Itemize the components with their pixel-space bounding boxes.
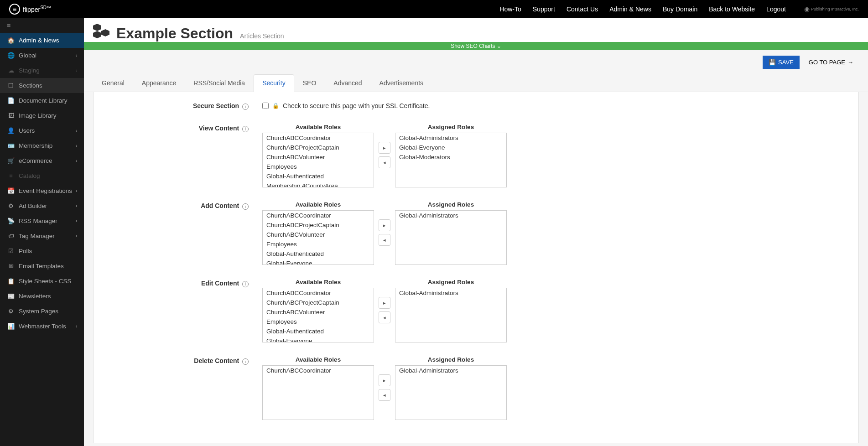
- tab-seo[interactable]: SEO: [294, 74, 325, 92]
- move-right-button[interactable]: ▸: [379, 374, 390, 386]
- move-left-button[interactable]: ◂: [379, 389, 390, 401]
- sidebar-item-newsletters[interactable]: 📰Newsletters: [0, 289, 84, 304]
- top-nav-link[interactable]: Logout: [766, 5, 786, 13]
- move-right-button[interactable]: ▸: [379, 219, 390, 231]
- list-item[interactable]: ChurchABCVolunteer: [263, 152, 374, 162]
- sidebar-item-email-templates[interactable]: ✉Email Templates: [0, 259, 84, 274]
- secure-section-checkbox[interactable]: [262, 103, 269, 109]
- goto-page-button[interactable]: GO TO PAGE →: [803, 56, 859, 69]
- list-item[interactable]: Membership 4CountyArea: [263, 181, 374, 187]
- list-item[interactable]: ChurchABCVolunteer: [263, 307, 374, 317]
- top-nav-link[interactable]: Back to Website: [709, 5, 755, 13]
- available-roles-list[interactable]: ChurchABCCoordinatorChurchABCProjectCapt…: [262, 133, 374, 187]
- list-item[interactable]: ChurchABCProjectCaptain: [263, 143, 374, 152]
- info-icon[interactable]: i: [242, 281, 249, 287]
- sidebar-item-tag-manager[interactable]: 🏷Tag Manager‹: [0, 228, 84, 244]
- tab-general[interactable]: General: [93, 74, 133, 92]
- sidebar-item-label: Membership: [19, 142, 52, 149]
- sidebar-item-style-sheets-css[interactable]: 📋Style Sheets - CSS: [0, 274, 84, 289]
- top-nav-link[interactable]: How-To: [499, 5, 521, 13]
- list-item[interactable]: Global-Administrators: [395, 211, 506, 220]
- tab-advertisements[interactable]: Advertisements: [371, 74, 432, 92]
- list-item[interactable]: Global-Everyone: [263, 336, 374, 342]
- sidebar-item-document-library[interactable]: 📄Document Library: [0, 93, 84, 108]
- info-icon[interactable]: i: [242, 126, 249, 132]
- list-item[interactable]: ChurchABCCoordinator: [263, 211, 374, 220]
- sidebar-item-sections[interactable]: ❒Sections: [0, 78, 84, 93]
- info-icon[interactable]: i: [242, 358, 249, 365]
- action-bar: 💾 SAVE GO TO PAGE →: [84, 50, 868, 74]
- assigned-roles-list[interactable]: Global-Administrators: [395, 365, 507, 420]
- assigned-roles-list[interactable]: Global-AdministratorsGlobal-EveryoneGlob…: [395, 133, 507, 187]
- sidebar-item-label: Global: [19, 52, 36, 59]
- sidebar-item-image-library[interactable]: 🖼Image Library: [0, 108, 84, 123]
- arrow-right-icon: →: [847, 59, 853, 66]
- top-nav-link[interactable]: Support: [533, 5, 555, 13]
- available-roles-list[interactable]: ChurchABCCoordinatorChurchABCProjectCapt…: [262, 210, 374, 265]
- list-item[interactable]: Global-Authenticated: [263, 249, 374, 259]
- sidebar-item-membership[interactable]: 🪪Membership‹: [0, 138, 84, 153]
- available-roles-list[interactable]: ChurchABCCoordinatorChurchABCProjectCapt…: [262, 288, 374, 342]
- available-roles-list[interactable]: ChurchABCCoordinator: [262, 365, 374, 420]
- sidebar-item-ad-builder[interactable]: ⚙Ad Builder‹: [0, 198, 84, 213]
- list-item[interactable]: ChurchABCVolunteer: [263, 230, 374, 239]
- sidebar-item-webmaster-tools[interactable]: 📊Webmaster Tools‹: [0, 319, 84, 334]
- tab-advanced[interactable]: Advanced: [325, 74, 370, 92]
- list-item[interactable]: Global-Administrators: [395, 133, 506, 143]
- logo[interactable]: ≡ flipperSD™: [9, 4, 51, 15]
- list-item[interactable]: ChurchABCProjectCaptain: [263, 298, 374, 307]
- list-item[interactable]: ChurchABCProjectCaptain: [263, 220, 374, 230]
- assigned-roles-list[interactable]: Global-Administrators: [395, 288, 507, 342]
- list-item[interactable]: ChurchABCCoordinator: [263, 133, 374, 143]
- list-item[interactable]: Global-Administrators: [395, 366, 506, 375]
- sidebar-item-rss-manager[interactable]: 📡RSS Manager‹: [0, 213, 84, 228]
- chart-icon: 📊: [7, 323, 15, 330]
- tag-icon: 🏷: [7, 233, 15, 239]
- sidebar-item-system-pages[interactable]: ⚙System Pages: [0, 304, 84, 319]
- sidebar-item-admin-news[interactable]: 🏠Admin & News: [0, 33, 84, 48]
- sidebar-item-label: System Pages: [19, 308, 58, 315]
- move-right-button[interactable]: ▸: [379, 142, 390, 154]
- list-item[interactable]: Global-Authenticated: [263, 171, 374, 181]
- list-item[interactable]: Global-Moderators: [395, 152, 506, 162]
- sidebar-item-polls[interactable]: ☑Polls: [0, 244, 84, 259]
- check-square-icon: ☑: [7, 248, 15, 254]
- list-item[interactable]: Employees: [263, 162, 374, 171]
- list-item[interactable]: Employees: [263, 239, 374, 249]
- list-item[interactable]: ChurchABCCoordinator: [263, 288, 374, 298]
- top-nav-link[interactable]: Admin & News: [609, 5, 651, 13]
- list-item[interactable]: ChurchABCCoordinator: [263, 366, 374, 375]
- list-item[interactable]: Global-Everyone: [263, 259, 374, 265]
- list-item[interactable]: Global-Authenticated: [263, 327, 374, 336]
- list-item[interactable]: Employees: [263, 317, 374, 327]
- info-icon[interactable]: i: [242, 203, 249, 210]
- chevron-left-icon: ‹: [76, 68, 77, 73]
- top-nav-link[interactable]: Contact Us: [567, 5, 598, 13]
- seo-charts-toggle[interactable]: Show SEO Charts ⌄: [84, 42, 868, 50]
- dual-list: Available RolesChurchABCCoordinator▸◂Ass…: [262, 356, 845, 420]
- available-roles-header: Available Roles: [262, 124, 374, 130]
- sidebar-item-ecommerce[interactable]: 🛒eCommerce‹: [0, 153, 84, 168]
- edit-content-row: Edit Content iAvailable RolesChurchABCCo…: [107, 279, 845, 342]
- sidebar-item-event-registrations[interactable]: 📅Event Registrations‹: [0, 183, 84, 198]
- assigned-roles-list[interactable]: Global-Administrators: [395, 210, 507, 265]
- move-right-button[interactable]: ▸: [379, 297, 390, 309]
- move-left-button[interactable]: ◂: [379, 234, 390, 246]
- move-left-button[interactable]: ◂: [379, 156, 390, 168]
- calendar-icon: 📅: [7, 187, 15, 194]
- top-nav-link[interactable]: Buy Domain: [663, 5, 697, 13]
- list-item[interactable]: Global-Everyone: [395, 143, 506, 152]
- move-left-button[interactable]: ◂: [379, 311, 390, 323]
- home-icon: 🏠: [7, 37, 15, 44]
- tab-rss-social-media[interactable]: RSS/Social Media: [185, 74, 254, 92]
- info-icon[interactable]: i: [242, 104, 249, 110]
- sidebar-item-label: Webmaster Tools: [19, 323, 66, 330]
- cart-icon: 🛒: [7, 157, 15, 164]
- list-item[interactable]: Global-Administrators: [395, 288, 506, 298]
- sidebar-item-global[interactable]: 🌐Global‹: [0, 48, 84, 63]
- tab-security[interactable]: Security: [254, 74, 294, 92]
- save-button[interactable]: 💾 SAVE: [763, 56, 800, 69]
- sidebar-item-users[interactable]: 👤Users‹: [0, 123, 84, 138]
- hamburger-toggle[interactable]: ≡: [0, 18, 84, 33]
- tab-appearance[interactable]: Appearance: [133, 74, 185, 92]
